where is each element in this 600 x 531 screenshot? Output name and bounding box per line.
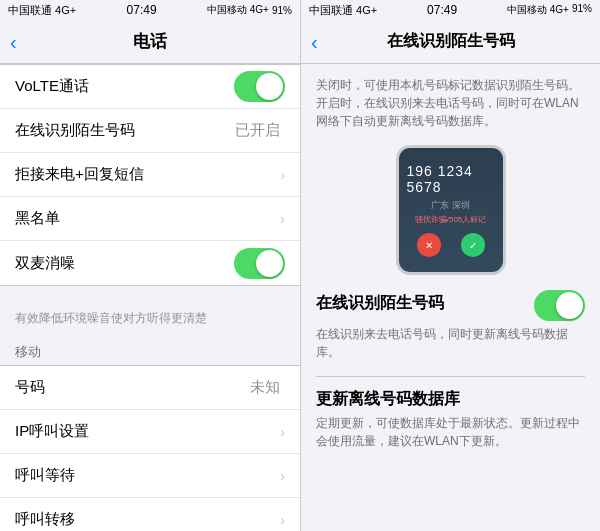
online-identify-label: 在线识别陌生号码 bbox=[15, 121, 235, 140]
phone-mockup: 196 1234 5678 广东 深圳 骚扰诈骗/505人标记 ✕ ✓ bbox=[396, 145, 506, 275]
decline-icon: ✕ bbox=[425, 240, 433, 251]
phone-decline-button[interactable]: ✕ bbox=[417, 233, 441, 257]
left-panel: 中国联通 4G+ 07:49 中国移动 4G+ 91% ‹ 电话 VoLTE通话 bbox=[0, 0, 301, 531]
right-nav-title: 在线识别陌生号码 bbox=[387, 31, 515, 52]
reject-reply-chevron-icon: › bbox=[280, 167, 285, 183]
phone-spam-label: 骚扰诈骗/505人标记 bbox=[415, 214, 487, 225]
online-identify-value: 已开启 bbox=[235, 121, 280, 140]
call-wait-chevron-icon: › bbox=[280, 468, 285, 484]
update-section: 更新离线号码数据库 定期更新，可使数据库处于最新状态。更新过程中会使用流量，建议… bbox=[316, 389, 585, 450]
right-status-right: 中国移动 4G+ 91% bbox=[507, 3, 592, 17]
volte-toggle[interactable] bbox=[234, 71, 285, 102]
left-settings-list: VoLTE通话 在线识别陌生号码 已开启 拒接来电+回复短信 › 黑名单 › bbox=[0, 64, 300, 531]
feature-toggle-thumb bbox=[556, 292, 583, 319]
feature-desc: 在线识别来去电话号码，同时更新离线号码数据库。 bbox=[316, 325, 585, 361]
dual-mic-subtext: 有效降低环境噪音使对方听得更清楚 bbox=[0, 306, 300, 335]
right-back-button[interactable]: ‹ bbox=[311, 32, 318, 52]
right-carrier-right: 中国移动 4G+ bbox=[507, 3, 569, 17]
right-description: 关闭时，可使用本机号码标记数据识别陌生号码。开启时，在线识别来去电话号码，同时可… bbox=[316, 76, 585, 130]
phone-screen: 196 1234 5678 广东 深圳 骚扰诈骗/505人标记 ✕ ✓ bbox=[399, 148, 503, 272]
ip-call-label: IP呼叫设置 bbox=[15, 422, 280, 441]
back-chevron-icon: ‹ bbox=[10, 32, 17, 52]
left-nav-bar: ‹ 电话 bbox=[0, 20, 300, 64]
right-carrier-left: 中国联通 4G+ bbox=[309, 3, 377, 18]
group-mobile: 号码 未知 IP呼叫设置 › 呼叫等待 › 呼叫转移 › 呼叫限制 › bbox=[0, 365, 300, 531]
left-carrier-signal: 中国联通 4G+ bbox=[8, 3, 76, 18]
left-battery: 91% bbox=[272, 5, 292, 16]
reject-reply-label: 拒接来电+回复短信 bbox=[15, 165, 280, 184]
phone-number-label: 号码 bbox=[15, 378, 250, 397]
left-status-right: 中国移动 4G+ 91% bbox=[207, 3, 292, 17]
call-forward-label: 呼叫转移 bbox=[15, 510, 280, 529]
call-forward-chevron-icon: › bbox=[280, 512, 285, 528]
volte-toggle-thumb bbox=[256, 73, 283, 100]
phone-location: 广东 深圳 bbox=[431, 199, 470, 212]
phone-number-display: 196 1234 5678 bbox=[407, 163, 495, 195]
feature-title-row: 在线识别陌生号码 bbox=[316, 290, 585, 321]
blacklist-label: 黑名单 bbox=[15, 209, 280, 228]
phone-accept-button[interactable]: ✓ bbox=[461, 233, 485, 257]
left-status-time: 07:49 bbox=[127, 3, 157, 17]
phone-number-value: 未知 bbox=[250, 378, 280, 397]
row-call-forward[interactable]: 呼叫转移 › bbox=[0, 498, 300, 531]
row-ip-call[interactable]: IP呼叫设置 › bbox=[0, 410, 300, 454]
divider bbox=[316, 376, 585, 377]
feature-title: 在线识别陌生号码 bbox=[316, 293, 444, 314]
mobile-section-header: 移动 bbox=[0, 335, 300, 365]
row-dual-mic[interactable]: 双麦消噪 bbox=[0, 241, 300, 285]
row-blacklist[interactable]: 黑名单 › bbox=[0, 197, 300, 241]
feature-section: 在线识别陌生号码 在线识别来去电话号码，同时更新离线号码数据库。 bbox=[316, 290, 585, 361]
right-status-bar: 中国联通 4G+ 07:49 中国移动 4G+ 91% bbox=[301, 0, 600, 20]
volte-label: VoLTE通话 bbox=[15, 77, 234, 96]
phone-mockup-container: 196 1234 5678 广东 深圳 骚扰诈骗/505人标记 ✕ ✓ bbox=[316, 145, 585, 275]
dual-mic-label: 双麦消噪 bbox=[15, 254, 234, 273]
right-nav-bar: ‹ 在线识别陌生号码 bbox=[301, 20, 600, 64]
feature-toggle[interactable] bbox=[534, 290, 585, 321]
right-carrier-signal-left: 中国移动 4G+ bbox=[207, 3, 269, 17]
right-content: 关闭时，可使用本机号码标记数据识别陌生号码。开启时，在线识别来去电话号码，同时可… bbox=[301, 64, 600, 531]
left-back-button[interactable]: ‹ bbox=[10, 32, 17, 52]
row-volte[interactable]: VoLTE通话 bbox=[0, 65, 300, 109]
group-main: VoLTE通话 在线识别陌生号码 已开启 拒接来电+回复短信 › 黑名单 › bbox=[0, 64, 300, 286]
right-status-time: 07:49 bbox=[427, 3, 457, 17]
right-back-chevron-icon: ‹ bbox=[311, 32, 318, 52]
row-call-wait[interactable]: 呼叫等待 › bbox=[0, 454, 300, 498]
call-wait-label: 呼叫等待 bbox=[15, 466, 280, 485]
right-battery: 91% bbox=[572, 3, 592, 17]
row-online-identify[interactable]: 在线识别陌生号码 已开启 bbox=[0, 109, 300, 153]
update-title: 更新离线号码数据库 bbox=[316, 389, 585, 410]
accept-icon: ✓ bbox=[469, 240, 477, 251]
left-status-left: 中国联通 4G+ bbox=[8, 3, 76, 18]
phone-action-buttons: ✕ ✓ bbox=[417, 233, 485, 257]
left-nav-title: 电话 bbox=[133, 30, 167, 53]
row-reject-reply[interactable]: 拒接来电+回复短信 › bbox=[0, 153, 300, 197]
blacklist-chevron-icon: › bbox=[280, 211, 285, 227]
right-panel: 中国联通 4G+ 07:49 中国移动 4G+ 91% ‹ 在线识别陌生号码 关… bbox=[301, 0, 600, 531]
left-status-bar: 中国联通 4G+ 07:49 中国移动 4G+ 91% bbox=[0, 0, 300, 20]
row-phone-number[interactable]: 号码 未知 bbox=[0, 366, 300, 410]
update-desc: 定期更新，可使数据库处于最新状态。更新过程中会使用流量，建议在WLAN下更新。 bbox=[316, 414, 585, 450]
dual-mic-toggle-thumb bbox=[256, 250, 283, 277]
ip-call-chevron-icon: › bbox=[280, 424, 285, 440]
dual-mic-toggle[interactable] bbox=[234, 248, 285, 279]
